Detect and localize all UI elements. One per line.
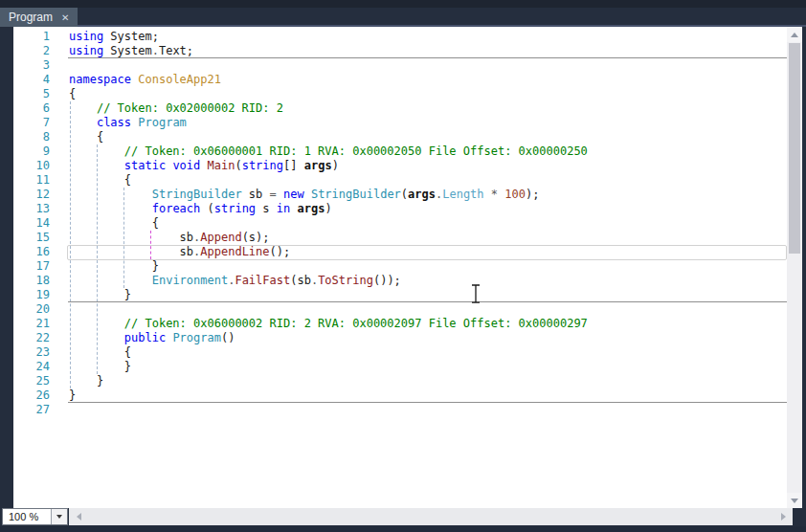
scroll-up-button[interactable] bbox=[787, 27, 802, 42]
code-token: sb bbox=[242, 188, 270, 201]
code-token: args bbox=[297, 202, 325, 215]
code-token: in bbox=[277, 202, 290, 215]
line-number[interactable]: 13 bbox=[13, 202, 50, 216]
code-line[interactable]: foreach (string s in args) bbox=[69, 202, 332, 216]
line-number[interactable]: 1 bbox=[13, 30, 50, 44]
line-number[interactable]: 21 bbox=[13, 317, 50, 331]
code-line[interactable]: StringBuilder sb = new StringBuilder(arg… bbox=[69, 188, 539, 202]
code-token: args bbox=[408, 188, 436, 201]
line-number[interactable]: 8 bbox=[13, 130, 50, 144]
code-line[interactable]: { bbox=[69, 173, 131, 188]
bottom-bar: 100 % bbox=[0, 508, 806, 526]
line-number[interactable]: 20 bbox=[13, 302, 50, 317]
line-number[interactable]: 12 bbox=[13, 188, 50, 202]
code-token: FailFast bbox=[235, 274, 290, 287]
scroll-right-button[interactable] bbox=[775, 508, 791, 525]
line-number[interactable]: 4 bbox=[13, 73, 50, 87]
code-editor[interactable]: 1234567891011121314151617181920212223242… bbox=[13, 27, 787, 508]
tab-bar: Program ✕ bbox=[0, 8, 806, 27]
code-token: . bbox=[152, 44, 159, 57]
zoom-value[interactable]: 100 % bbox=[3, 509, 51, 524]
code-token: } bbox=[69, 259, 159, 273]
line-number[interactable]: 23 bbox=[13, 345, 50, 360]
code-line[interactable]: using System; bbox=[69, 30, 159, 44]
scroll-down-button[interactable] bbox=[787, 493, 802, 508]
indent-guide-active bbox=[150, 231, 151, 259]
code-token: (); bbox=[270, 245, 291, 258]
code-line[interactable]: sb.AppendLine(); bbox=[69, 245, 290, 259]
code-token: { bbox=[69, 345, 131, 359]
member-separator bbox=[68, 57, 787, 58]
line-number[interactable]: 15 bbox=[13, 231, 50, 245]
vertical-scrollbar-thumb[interactable] bbox=[789, 43, 800, 254]
code-line[interactable]: } bbox=[69, 259, 159, 274]
code-line[interactable]: } bbox=[69, 360, 131, 374]
code-line[interactable]: sb.Append(s); bbox=[69, 231, 270, 245]
code-line[interactable]: static void Main(string[] args) bbox=[69, 159, 339, 173]
code-line[interactable]: { bbox=[69, 345, 131, 360]
horizontal-scrollbar[interactable] bbox=[69, 508, 793, 525]
code-line[interactable]: { bbox=[69, 87, 76, 101]
code-line[interactable]: class Program bbox=[69, 116, 187, 130]
code-token bbox=[69, 274, 152, 287]
line-number[interactable]: 9 bbox=[13, 144, 50, 159]
code-line[interactable]: { bbox=[69, 216, 159, 231]
line-number[interactable]: 5 bbox=[13, 87, 50, 101]
line-number[interactable]: 7 bbox=[13, 116, 50, 130]
code-token: ( bbox=[401, 188, 408, 201]
line-number[interactable]: 2 bbox=[13, 44, 50, 58]
tab-program[interactable]: Program ✕ bbox=[0, 8, 78, 27]
vertical-scrollbar[interactable] bbox=[787, 27, 802, 508]
line-number[interactable]: 16 bbox=[13, 245, 50, 259]
code-token bbox=[200, 159, 207, 172]
line-number[interactable]: 6 bbox=[13, 101, 50, 116]
line-number[interactable]: 14 bbox=[13, 216, 50, 231]
code-token: public bbox=[124, 331, 166, 344]
line-number[interactable]: 24 bbox=[13, 360, 50, 374]
decompiler-window: Program ✕ 123456789101112131415161718192… bbox=[0, 0, 806, 532]
code-token: StringBuilder bbox=[152, 188, 242, 201]
tab-close-icon[interactable]: ✕ bbox=[61, 12, 69, 23]
code-token: // Token: 0x06000001 RID: 1 RVA: 0x00002… bbox=[124, 144, 588, 158]
scroll-left-button[interactable] bbox=[71, 508, 86, 525]
code-token: } bbox=[69, 360, 131, 373]
code-line[interactable]: // Token: 0x06000001 RID: 1 RVA: 0x00002… bbox=[69, 144, 588, 159]
line-number[interactable]: 19 bbox=[13, 288, 50, 302]
code-line[interactable]: namespace ConsoleApp21 bbox=[69, 73, 221, 87]
code-line[interactable]: { bbox=[69, 130, 103, 144]
code-token: s bbox=[256, 202, 277, 215]
code-line[interactable]: using System.Text; bbox=[69, 44, 193, 58]
code-token: sb bbox=[69, 245, 193, 258]
line-number[interactable]: 22 bbox=[13, 331, 50, 345]
window-right-frame bbox=[802, 27, 806, 532]
line-number[interactable]: 18 bbox=[13, 274, 50, 288]
code-token: Program bbox=[138, 116, 187, 129]
line-number[interactable]: 11 bbox=[13, 173, 50, 188]
code-line[interactable]: } bbox=[69, 288, 131, 302]
line-number[interactable]: 25 bbox=[13, 374, 50, 388]
code-token: using bbox=[69, 30, 103, 43]
code-token: ToString bbox=[318, 274, 373, 287]
code-line[interactable]: // Token: 0x02000002 RID: 2 bbox=[69, 101, 283, 116]
chevron-down-icon bbox=[56, 515, 62, 519]
zoom-combobox[interactable]: 100 % bbox=[2, 508, 68, 525]
code-line[interactable]: } bbox=[69, 374, 103, 388]
line-number[interactable]: 3 bbox=[13, 58, 50, 73]
code-token: ConsoleApp21 bbox=[138, 73, 221, 86]
line-number[interactable]: 17 bbox=[13, 259, 50, 274]
code-line[interactable]: public Program() bbox=[69, 331, 235, 345]
code-line[interactable]: Environment.FailFast(sb.ToString()); bbox=[69, 274, 401, 288]
code-token: // Token: 0x02000002 RID: 2 bbox=[97, 101, 283, 115]
line-number[interactable]: 26 bbox=[13, 388, 50, 403]
chevron-up-icon bbox=[791, 33, 798, 37]
code-token: { bbox=[69, 87, 76, 100]
code-token: StringBuilder bbox=[311, 188, 401, 201]
indent-guide bbox=[97, 144, 98, 374]
line-number[interactable]: 10 bbox=[13, 159, 50, 173]
code-token: Environment bbox=[152, 274, 228, 287]
member-separator bbox=[68, 301, 787, 302]
code-line[interactable]: // Token: 0x06000002 RID: 2 RVA: 0x00002… bbox=[69, 317, 588, 331]
line-number[interactable]: 27 bbox=[13, 403, 50, 417]
zoom-dropdown-button[interactable] bbox=[51, 509, 67, 524]
code-line[interactable]: } bbox=[69, 388, 76, 403]
